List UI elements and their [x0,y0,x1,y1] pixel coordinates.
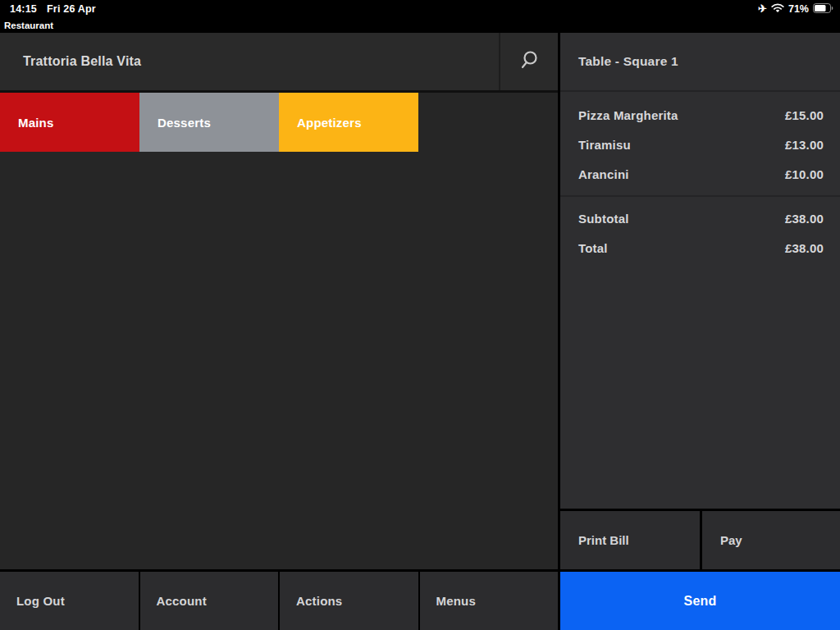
status-bar: 14:15 Fri 26 Apr ✈ 71% [0,0,840,18]
table-title: Table - Square 1 [578,54,678,69]
pos-screen: 14:15 Fri 26 Apr ✈ 71% [0,0,840,630]
order-actions: Print Bill Pay [560,509,840,569]
venue-title: Trattoria Bella Vita [23,54,141,69]
subtotal-label: Subtotal [578,212,629,226]
order-items-list: Pizza Margherita £15.00 Tiramisu £13.00 … [560,92,840,189]
order-item-name: Arancini [578,167,629,181]
logout-button[interactable]: Log Out [0,572,139,630]
main-area: Trattoria Bella Vita Mains Desserts Appe… [0,33,840,630]
status-date: Fri 26 Apr [47,3,96,15]
order-item-price: £10.00 [785,167,824,181]
actions-button[interactable]: Actions [280,572,418,630]
order-item-row[interactable]: Tiramisu £13.00 [560,130,840,159]
order-item-name: Tiramisu [578,138,631,152]
order-item-price: £13.00 [785,138,824,152]
status-icons: ✈ 71% [758,3,833,16]
app-label-row: Restaurant [0,18,840,33]
menu-header: Trattoria Bella Vita [0,33,558,93]
tab-mains[interactable]: Mains [0,93,139,152]
battery-percent: 71% [788,3,809,15]
order-item-name: Pizza Margherita [578,108,678,122]
total-row: Total £38.00 [560,233,840,262]
order-panel-spacer [560,262,840,509]
order-item-row[interactable]: Pizza Margherita £15.00 [560,100,840,130]
app-label: Restaurant [4,21,53,30]
print-bill-button[interactable]: Print Bill [560,511,700,569]
total-label: Total [578,241,608,255]
battery-icon [813,3,833,16]
account-button[interactable]: Account [140,572,279,630]
total-value: £38.00 [785,241,824,255]
order-summary: Subtotal £38.00 Total £38.00 [560,195,840,262]
search-icon [518,49,541,75]
category-tabs: Mains Desserts Appetizers [0,93,558,152]
order-item-price: £15.00 [785,108,824,122]
search-button[interactable] [499,33,558,90]
subtotal-row: Subtotal £38.00 [560,203,840,233]
status-time-date: 14:15 Fri 26 Apr [10,3,96,15]
order-panel: Table - Square 1 Pizza Margherita £15.00… [560,33,840,630]
tab-appetizers[interactable]: Appetizers [279,93,418,152]
bottom-nav: Log Out Account Actions Menus [0,569,558,630]
status-time: 14:15 [10,3,37,15]
order-item-row[interactable]: Arancini £10.00 [560,159,840,189]
pay-button[interactable]: Pay [702,511,840,569]
menu-items-area[interactable] [0,152,558,569]
order-header: Table - Square 1 [560,33,840,92]
tab-desserts[interactable]: Desserts [139,93,279,152]
menus-button[interactable]: Menus [420,572,559,630]
menu-panel: Trattoria Bella Vita Mains Desserts Appe… [0,33,558,630]
send-button[interactable]: Send [560,569,840,630]
venue-title-wrap: Trattoria Bella Vita [0,33,499,90]
subtotal-value: £38.00 [785,212,824,226]
wifi-icon [771,3,784,16]
airplane-mode-icon: ✈ [758,3,767,14]
